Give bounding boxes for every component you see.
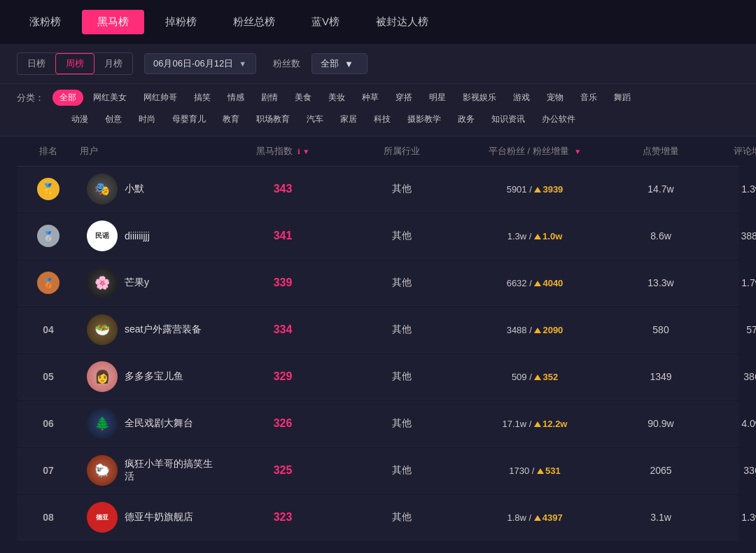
industry-cell: 其他 [346,370,458,383]
likes-cell: 1349 [612,371,710,382]
sort-icon-fans: ▼ [574,148,581,155]
score-cell: 339 [220,276,346,289]
fans-cell: 1.3w / 1.0w [458,231,612,241]
avatar: 🐑 [87,455,118,486]
tab-dark-horse[interactable]: 黑马榜 [82,10,144,34]
category-row-2: 动漫 创意 时尚 母婴育儿 教育 职场教育 汽车 家居 科技 摄影教学 政务 知… [17,111,739,127]
header-fans: 平台粉丝 / 粉丝增量 ▼ [458,145,612,158]
rank-cell: 05 [17,371,80,382]
fans-range-select[interactable]: 全部 ▼ [312,53,368,74]
cat-all[interactable]: 全部 [52,90,83,106]
cat-dance[interactable]: 舞蹈 [607,90,638,106]
cat-handsome[interactable]: 网红帅哥 [136,90,184,106]
fans-cell: 3488 / 2090 [458,325,612,335]
date-range-select[interactable]: 06月06日-06月12日 ▼ [144,53,256,74]
tab-total-fans[interactable]: 粉丝总榜 [218,10,290,34]
cat-parenting[interactable]: 母婴育儿 [165,111,213,127]
cat-beauty[interactable]: 网红美女 [86,90,134,106]
user-cell: 🌸 芒果y [80,267,220,298]
score-cell: 326 [220,417,346,430]
username: 疯狂小羊哥的搞笑生活 [125,458,220,483]
rank-cell: 06 [17,418,80,429]
rank-number: 04 [43,324,54,335]
rank-cell: 08 [17,512,80,523]
cat-food[interactable]: 美食 [288,90,318,106]
cat-edu[interactable]: 教育 [216,111,246,127]
score-cell: 323 [220,511,346,524]
cat-anime[interactable]: 动漫 [64,111,95,127]
cat-home[interactable]: 家居 [333,111,364,127]
cat-photo[interactable]: 摄影教学 [400,111,448,127]
likes-cell: 8.6w [612,230,710,241]
cat-fashion[interactable]: 穿搭 [388,90,419,106]
cat-trend[interactable]: 时尚 [132,111,162,127]
cat-car[interactable]: 汽车 [300,111,330,127]
cat-career[interactable]: 职场教育 [249,111,297,127]
table-row[interactable]: 05 👩 多多多宝儿鱼 329 其他 509 / 352 1349 386 [17,354,739,400]
rank-number: 05 [43,371,54,382]
table-row[interactable]: 08 德亚 德亚牛奶旗舰店 323 其他 1.8w / 4397 3.1w 1.… [17,495,739,540]
fans-filter-label: 粉丝数 [273,57,300,70]
header-likes: 点赞增量 [612,145,710,158]
table-row[interactable]: 04 🥗 seat户外露营装备 334 其他 3488 / 2090 580 5… [17,307,739,353]
category-label: 分类： [17,92,44,104]
fans-cell: 6632 / 4040 [458,278,612,288]
top-nav: 涨粉榜 黑马榜 掉粉榜 粉丝总榜 蓝V榜 被封达人榜 [0,0,756,44]
cat-music[interactable]: 音乐 [573,90,604,106]
table-row[interactable]: 🥉 🌸 芒果y 339 其他 6632 / 4040 13.3w 1.7w [17,260,739,306]
comments-cell: 386 [710,371,756,382]
up-triangle-icon [534,328,541,333]
username: 全民戏剧大舞台 [125,417,193,430]
btn-month[interactable]: 月榜 [94,53,132,74]
cat-office[interactable]: 办公软件 [535,111,582,127]
industry-cell: 其他 [346,183,458,195]
btn-week[interactable]: 周榜 [55,53,94,74]
likes-cell: 3.1w [612,512,710,523]
username: 德亚牛奶旗舰店 [125,511,193,524]
likes-cell: 2065 [612,465,710,476]
cat-knowledge[interactable]: 知识资讯 [484,111,532,127]
industry-cell: 其他 [346,276,458,289]
score-cell: 341 [220,230,346,242]
cat-drama[interactable]: 剧情 [254,90,285,106]
table-row[interactable]: 🥇 🎭 小默 343 其他 5901 / 3939 14.7w 1.3w [17,167,739,212]
username: diiiiiijjj [125,230,150,241]
comments-cell: 1.3w [710,183,756,195]
fans-cell: 1730 / 531 [458,465,612,476]
tab-blue-v[interactable]: 蓝V榜 [296,10,355,34]
likes-cell: 13.3w [612,277,710,288]
cat-emotion[interactable]: 情感 [220,90,251,106]
cat-tech[interactable]: 科技 [367,111,398,127]
cat-game[interactable]: 游戏 [506,90,537,106]
tab-rise[interactable]: 涨粉榜 [14,10,76,34]
cat-funny[interactable]: 搞笑 [187,90,218,106]
cat-star[interactable]: 明星 [422,90,453,106]
username: 芒果y [125,276,149,289]
btn-day[interactable]: 日榜 [18,53,55,74]
rank-badge-silver: 🥈 [37,225,59,247]
up-triangle-icon [537,468,544,474]
cat-politics[interactable]: 政务 [451,111,482,127]
user-cell: 民谣 diiiiiijjj [80,220,220,251]
comments-cell: 1.7w [710,277,756,288]
header-comments: 评论增量 [710,145,756,158]
likes-cell: 14.7w [612,183,710,195]
cat-pet[interactable]: 宠物 [540,90,570,106]
score-cell: 334 [220,323,346,336]
table-row[interactable]: 07 🐑 疯狂小羊哥的搞笑生活 325 其他 1730 / 531 2065 3… [17,448,739,493]
user-cell: 🌲 全民戏剧大舞台 [80,408,220,439]
table-row[interactable]: 🥈 民谣 diiiiiijjj 341 其他 1.3w / 1.0w 8.6w … [17,214,739,259]
cat-makeup[interactable]: 美妆 [321,90,352,106]
cat-plant[interactable]: 种草 [355,90,386,106]
fans-dropdown-arrow: ▼ [344,59,354,69]
cat-creative[interactable]: 创意 [98,111,129,127]
rank-number: 08 [43,512,54,523]
likes-cell: 580 [612,324,710,335]
tab-blocked[interactable]: 被封达人榜 [360,10,444,34]
tab-drop[interactable]: 掉粉榜 [150,10,212,34]
sort-icon-score: ℹ ▼ [298,148,309,155]
table-row[interactable]: 06 🌲 全民戏剧大舞台 326 其他 17.1w / 12.2w 90.9w … [17,401,739,447]
industry-cell: 其他 [346,230,458,242]
rank-badge-gold: 🥇 [37,178,59,200]
cat-entertainment[interactable]: 影视娱乐 [456,90,503,106]
